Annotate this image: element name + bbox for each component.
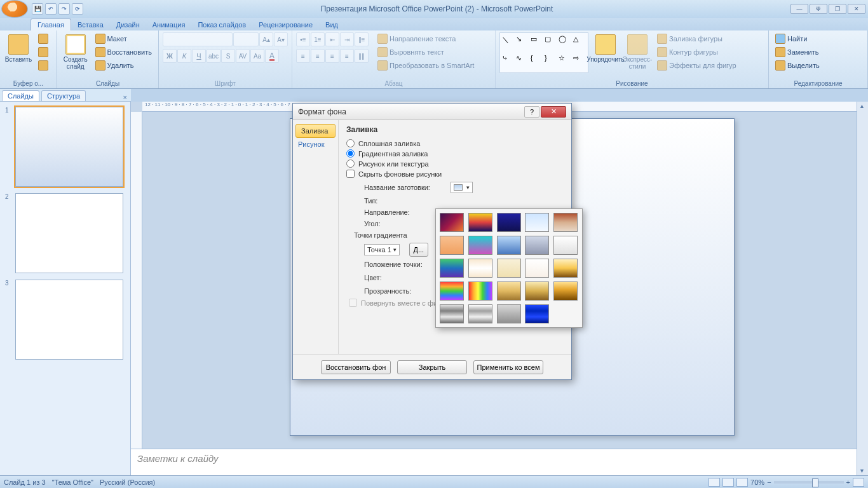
gradient-preset-10[interactable] [553,236,578,255]
preset-dropdown[interactable] [451,182,473,193]
paste-button[interactable]: Вставить [4,32,33,76]
qat-save-icon[interactable]: 💾 [32,3,43,15]
view-normal-button[interactable] [709,478,720,487]
select-button[interactable]: Выделить [773,59,822,72]
zoom-in-button[interactable]: + [846,478,850,486]
gradient-preset-4[interactable] [525,213,549,232]
slide-thumbnail-1[interactable] [15,107,123,187]
minimize-button[interactable]: — [790,4,808,14]
close-dialog-button[interactable]: Закрыть [397,360,467,374]
shadow-button[interactable]: S [221,49,235,63]
vertical-scrollbar[interactable] [857,102,868,475]
align-center-button[interactable]: ≡ [311,49,325,63]
numbering-button[interactable]: 1≡ [311,32,325,46]
gradient-preset-15[interactable] [553,259,578,278]
change-case-button[interactable]: Aa [250,49,264,63]
char-spacing-button[interactable]: AV [236,49,250,63]
tab-slideshow[interactable]: Показ слайдов [191,19,252,30]
smartart-button[interactable]: Преобразовать в SmartArt [375,59,477,72]
tab-review[interactable]: Рецензирование [252,19,319,30]
font-family-dd[interactable] [163,32,233,46]
quick-styles-button[interactable]: Экспресс-стили [623,32,652,76]
zoom-level[interactable]: 70% [750,478,764,486]
gradient-preset-6[interactable] [440,236,464,255]
gradient-preset-23[interactable] [497,304,521,323]
stop-dropdown[interactable]: Точка 1 [364,244,400,255]
office-button[interactable] [1,0,28,18]
strike-button[interactable]: abc [207,49,220,63]
zoom-out-button[interactable]: − [767,478,771,486]
reset-button[interactable]: Восстановить [93,46,154,58]
new-slide-button[interactable]: Создать слайд [61,32,90,76]
find-button[interactable]: Найти [773,32,822,45]
gradient-preset-19[interactable] [525,281,549,301]
indent-dec-button[interactable]: ⇤ [325,32,339,46]
gradient-preset-12[interactable] [468,259,492,278]
slide-thumbnail-3[interactable] [15,280,123,360]
grow-font-button[interactable]: A▴ [259,32,273,46]
opt-solid-radio[interactable] [346,139,355,147]
panel-close-icon[interactable]: × [123,93,127,101]
view-sorter-button[interactable] [722,478,734,487]
reset-bg-button[interactable]: Восстановить фон [321,360,391,374]
gradient-preset-11[interactable] [440,259,464,278]
align-right-button[interactable]: ≡ [325,49,339,63]
tab-design[interactable]: Дизайн [110,19,146,30]
gradient-preset-1[interactable] [440,213,464,232]
slide-thumbnail-2[interactable] [15,193,123,273]
format-painter-button[interactable] [36,59,51,72]
shape-outline-button[interactable]: Контур фигуры [654,46,739,58]
gradient-preset-21[interactable] [440,304,464,323]
gradient-preset-20[interactable] [553,281,578,301]
bullets-button[interactable]: •≡ [296,32,310,46]
maximize-button[interactable]: ❐ [829,4,846,14]
tab-home[interactable]: Главная [31,18,71,30]
gradient-preset-5[interactable] [553,213,578,232]
dialog-help-button[interactable]: ? [524,106,539,118]
dialog-titlebar[interactable]: Формат фона ? ✕ [293,104,571,120]
notes-pane[interactable]: Заметки к слайду [131,449,857,475]
dialog-close-button[interactable]: ✕ [541,106,566,118]
gradient-preset-16[interactable] [440,281,464,301]
shape-effects-button[interactable]: Эффекты для фигур [654,59,739,72]
qat-repeat-icon[interactable]: ⟳ [72,3,83,15]
replace-button[interactable]: Заменить [773,46,822,58]
text-direction-button[interactable]: Направление текста [375,32,477,45]
panel-tab-outline[interactable]: Структура [41,90,86,101]
gradient-preset-18[interactable] [497,281,521,301]
opt-gradient-radio[interactable] [346,149,355,158]
fit-button[interactable] [853,478,864,487]
justify-button[interactable]: ≡ [340,49,354,63]
tab-insert[interactable]: Вставка [71,19,110,30]
opt-picture-radio[interactable] [346,159,355,168]
gradient-preset-2[interactable] [468,213,492,232]
restore-button[interactable]: ⟱ [810,4,827,14]
shrink-font-button[interactable]: A▾ [274,32,288,46]
qat-redo-icon[interactable]: ↷ [58,3,70,15]
add-stop-button[interactable]: Д... [409,243,428,257]
gradient-preset-3[interactable] [497,213,521,232]
shapes-gallery[interactable]: ＼↘▭▢◯△ ⤷∿{}☆⇨ [499,32,588,73]
status-language[interactable]: Русский (Россия) [100,478,155,486]
qat-undo-icon[interactable]: ↶ [45,3,57,15]
delete-button[interactable]: Удалить [93,59,154,72]
font-size-dd[interactable] [233,32,259,46]
copy-button[interactable] [36,46,51,58]
font-color-button[interactable]: A [265,49,279,63]
dialog-tab-picture[interactable]: Рисунок [293,138,338,151]
gradient-preset-24[interactable] [525,304,549,323]
gradient-preset-7[interactable] [468,236,492,255]
tab-animation[interactable]: Анимация [146,19,192,30]
gradient-preset-13[interactable] [497,259,521,278]
gradient-preset-17[interactable] [468,281,492,301]
opt-hide-checkbox[interactable] [346,170,355,178]
close-button[interactable]: ✕ [848,4,865,14]
italic-button[interactable]: К [177,49,191,63]
tab-view[interactable]: Вид [319,19,344,30]
align-left-button[interactable]: ≡ [296,49,310,63]
zoom-slider[interactable] [774,481,844,484]
dialog-tab-fill[interactable]: Заливка [295,124,336,138]
arrange-button[interactable]: Упорядочить [591,32,620,76]
align-text-button[interactable]: Выровнять текст [375,46,477,58]
panel-tab-slides[interactable]: Слайды [2,90,39,101]
